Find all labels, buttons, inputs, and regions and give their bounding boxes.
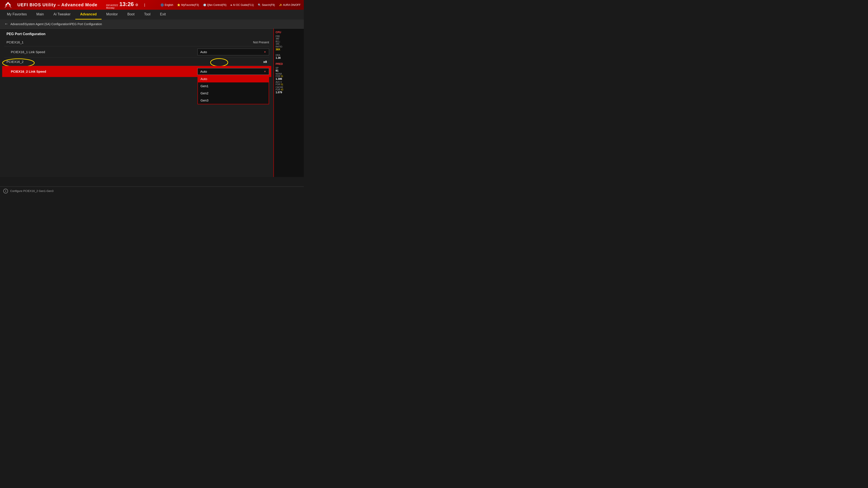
date-display: 03/14/2022 Monday bbox=[106, 4, 118, 9]
nav-tool[interactable]: Tool bbox=[139, 10, 155, 20]
nonavx-label: NonAfor 511.386 bbox=[276, 73, 302, 80]
pciex16-2-link-speed-row[interactable]: PCIEX16_2 Link Speed Auto ▼ Auto Gen1 Ge… bbox=[2, 66, 271, 77]
pciex16-2-label: PCIEX16_2 bbox=[4, 60, 215, 64]
language-button[interactable]: 🌐 English bbox=[161, 3, 173, 6]
section-title: PEG Port Configuration bbox=[4, 31, 269, 38]
header-toolbar: 🌐 English ⭐ MyFavorite(F3) 💨 Qfan Contro… bbox=[161, 3, 301, 6]
breadcrumb: ← Advanced\System Agent (SA) Configurati… bbox=[0, 20, 304, 29]
pciex16-1-link-speed-label: PCIEX16_1 Link Speed bbox=[4, 50, 197, 54]
nav-ai-tweaker[interactable]: Ai Tweaker bbox=[49, 10, 75, 20]
header-top-bar: UEFI BIOS Utility – Advanced Mode 03/14/… bbox=[0, 0, 304, 10]
dram-label: DRA1.36 bbox=[276, 54, 302, 59]
pciex16-1-link-speed-dropdown[interactable]: Auto ▼ bbox=[197, 48, 269, 55]
freq-label: Fre380 bbox=[276, 35, 302, 40]
aioc-button[interactable]: ● AI OC Guide(F11) bbox=[230, 3, 254, 6]
pred-title: Pred bbox=[276, 62, 302, 65]
pciex16-2-link-speed-label: PCIEX16_2 Link Speed bbox=[4, 70, 197, 73]
nav-main[interactable]: Main bbox=[32, 10, 49, 20]
aura-button[interactable]: ✨ AURA ON/OFF bbox=[279, 3, 301, 6]
ratio-label: Ratio:38x bbox=[276, 45, 302, 51]
qfan-button[interactable]: 💨 Qfan Control(F6) bbox=[203, 3, 226, 6]
chevron-down-icon: ▼ bbox=[264, 51, 266, 54]
avx-label: AVX Vfor 51 bbox=[276, 81, 302, 86]
back-button[interactable]: ← bbox=[4, 22, 8, 26]
link-speed-dropdown-menu[interactable]: Auto Gen1 Gen2 Gen3 bbox=[197, 75, 269, 104]
pciex16-1-dropdown-btn[interactable]: Auto ▼ bbox=[197, 48, 269, 55]
dropdown-option-gen3[interactable]: Gen3 bbox=[198, 97, 269, 104]
breadcrumb-path: Advanced\System Agent (SA) Configuration… bbox=[10, 22, 102, 26]
dropdown-option-auto[interactable]: Auto bbox=[198, 75, 269, 83]
globe-icon: 🌐 bbox=[161, 3, 164, 6]
rog-logo-icon bbox=[3, 2, 13, 8]
info-icon: ℹ bbox=[3, 189, 8, 193]
ai-icon: ● bbox=[230, 3, 232, 6]
dropdown-option-gen2[interactable]: Gen2 bbox=[198, 90, 269, 97]
bios-header: UEFI BIOS Utility – Advanced Mode 03/14/… bbox=[0, 0, 304, 20]
nav-advanced[interactable]: Advanced bbox=[75, 10, 101, 20]
nav-my-favorites[interactable]: My Favorites bbox=[2, 10, 32, 20]
nav-monitor[interactable]: Monitor bbox=[101, 10, 123, 20]
pciex16-1-dropdown-value: Auto bbox=[200, 50, 207, 54]
pciex16-1-value: Not Present bbox=[253, 40, 269, 44]
myfavorite-button[interactable]: ⭐ MyFavorite(F3) bbox=[177, 3, 199, 6]
status-text: Configure PCIEX16_2 Gen1-Gen3 bbox=[10, 189, 53, 193]
bios-title: UEFI BIOS Utility – Advanced Mode bbox=[18, 2, 97, 7]
cpu-title: CPU bbox=[276, 31, 302, 34]
status-bar: ℹ Configure PCIEX16_2 Gen1-Gen3 bbox=[0, 187, 304, 195]
nav-exit[interactable]: Exit bbox=[155, 10, 170, 20]
search-icon: 🔍 bbox=[258, 3, 261, 6]
sp-label: SP91 bbox=[276, 67, 302, 72]
ratio-value: 38x bbox=[276, 48, 280, 51]
bcl-label: BCL:100. bbox=[276, 40, 302, 45]
pred-section: Pred SP91 NonAfor 511.386 AVX Vfor 51 Ca… bbox=[276, 62, 302, 94]
search-button[interactable]: 🔍 Search(F9) bbox=[258, 3, 275, 6]
time-display: 13:26 bbox=[119, 1, 134, 8]
dram-section: DRA1.36 bbox=[276, 54, 302, 59]
left-panel: PEG Port Configuration PCIEX16_1 Not Pre… bbox=[0, 29, 273, 177]
main-content: PEG Port Configuration PCIEX16_1 Not Pre… bbox=[0, 29, 304, 177]
pciex16-2-dropdown-value: Auto bbox=[200, 70, 207, 73]
cpu-section: CPU Fre380 BCL:100. Ratio:38x bbox=[276, 31, 302, 51]
pciex16-1-row: PCIEX16_1 Not Present bbox=[4, 38, 269, 46]
right-panel: CPU Fre380 BCL:100. Ratio:38x DRA1.36 Pr… bbox=[273, 29, 304, 177]
dropdown-option-gen1[interactable]: Gen1 bbox=[198, 83, 269, 90]
pciex16-1-link-speed-row: PCIEX16_1 Link Speed Auto ▼ bbox=[4, 46, 269, 58]
datetime-display: 03/14/2022 Monday 13:26 ⚙ bbox=[106, 1, 138, 9]
fan-icon: 💨 bbox=[203, 3, 206, 6]
gear-icon[interactable]: ⚙ bbox=[135, 3, 138, 7]
cache-label: Cachefor 431.079 bbox=[276, 86, 302, 94]
pciex16-2-row: PCIEX16_2 x8 bbox=[4, 58, 269, 66]
pciex16-2-link-speed-dropdown[interactable]: Auto ▼ Auto Gen1 Gen2 Gen3 bbox=[197, 68, 269, 75]
pciex16-1-label: PCIEX16_1 bbox=[4, 40, 253, 44]
rog-logo bbox=[3, 2, 13, 8]
pciex16-2-dropdown-btn[interactable]: Auto ▼ bbox=[197, 68, 269, 75]
pciex16-2-value: x8 bbox=[215, 60, 269, 64]
chevron-down-icon-2: ▼ bbox=[264, 70, 266, 73]
star-icon: ⭐ bbox=[177, 3, 180, 6]
nav-bar: My Favorites Main Ai Tweaker Advanced Mo… bbox=[0, 10, 304, 20]
nav-boot[interactable]: Boot bbox=[123, 10, 139, 20]
aura-icon: ✨ bbox=[279, 3, 282, 6]
